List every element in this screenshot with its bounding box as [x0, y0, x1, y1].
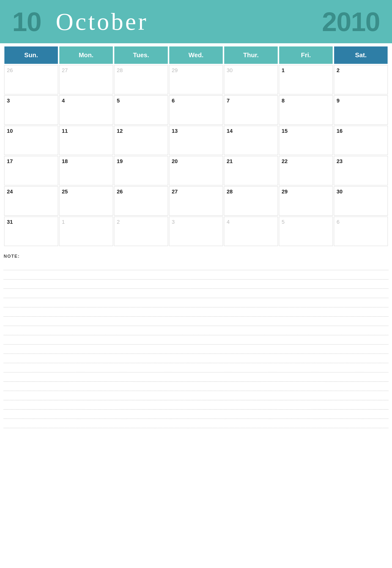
- day-number: 21: [227, 158, 233, 164]
- cal-cell-week1-day1[interactable]: 26: [4, 65, 58, 94]
- day-number: 26: [117, 189, 123, 195]
- cal-cell-week3-day7[interactable]: 16: [334, 126, 388, 155]
- month-number: 10: [12, 8, 41, 35]
- cal-cell-week5-day6[interactable]: 29: [279, 186, 333, 216]
- day-number: 1: [282, 67, 284, 73]
- day-number: 30: [336, 189, 342, 195]
- day-number: 2: [336, 67, 339, 73]
- day-number: 6: [336, 219, 339, 225]
- notes-line: [4, 335, 388, 344]
- day-number: 3: [172, 219, 175, 225]
- cal-cell-week4-day6[interactable]: 22: [279, 156, 333, 185]
- day-number: 28: [227, 189, 233, 195]
- notes-line: [4, 317, 388, 326]
- calendar-container: Sun.Mon.Tues.Wed.Thur.Fri.Sat. 262728293…: [0, 43, 392, 246]
- cal-cell-week6-day5[interactable]: 4: [224, 217, 278, 246]
- day-number: 4: [62, 98, 65, 104]
- cal-cell-week3-day2[interactable]: 11: [59, 126, 113, 155]
- cal-cell-week1-day7[interactable]: 2: [334, 65, 388, 94]
- cal-cell-week1-day2[interactable]: 27: [59, 65, 113, 94]
- notes-line: [4, 400, 388, 410]
- notes-line: [4, 363, 388, 372]
- day-number: 13: [172, 128, 178, 134]
- cal-cell-week6-day3[interactable]: 2: [114, 217, 168, 246]
- notes-line: [4, 289, 388, 298]
- cal-cell-week3-day1[interactable]: 10: [4, 126, 58, 155]
- cal-cell-week1-day5[interactable]: 30: [224, 65, 278, 94]
- cal-cell-week4-day3[interactable]: 19: [114, 156, 168, 185]
- notes-line: [4, 372, 388, 382]
- day-number: 19: [117, 158, 123, 164]
- cal-cell-week4-day2[interactable]: 18: [59, 156, 113, 185]
- cal-cell-week1-day3[interactable]: 28: [114, 65, 168, 94]
- notes-line: [4, 391, 388, 400]
- day-number: 10: [7, 128, 13, 134]
- notes-line: [4, 280, 388, 289]
- cal-cell-week6-day1[interactable]: 31: [4, 217, 58, 246]
- notes-line: [4, 307, 388, 317]
- day-header-fri: Fri.: [279, 46, 333, 64]
- day-number: 29: [172, 67, 178, 73]
- cal-cell-week2-day7[interactable]: 9: [334, 95, 388, 125]
- notes-lines: [4, 261, 388, 428]
- day-header-sat: Sat.: [334, 46, 388, 64]
- notes-line: [4, 344, 388, 354]
- day-number: 27: [62, 67, 68, 73]
- day-number: 15: [282, 128, 287, 134]
- year: 2010: [322, 6, 380, 37]
- day-number: 26: [7, 67, 13, 73]
- cal-cell-week2-day5[interactable]: 7: [224, 95, 278, 125]
- cal-cell-week4-day4[interactable]: 20: [169, 156, 223, 185]
- day-number: 11: [62, 128, 68, 134]
- day-number: 22: [282, 158, 287, 164]
- notes-section: NOTE:: [0, 246, 392, 433]
- cal-cell-week6-day7[interactable]: 6: [334, 217, 388, 246]
- cal-cell-week5-day3[interactable]: 26: [114, 186, 168, 216]
- cal-cell-week6-day2[interactable]: 1: [59, 217, 113, 246]
- day-header-sun: Sun.: [4, 46, 58, 64]
- cal-cell-week6-day4[interactable]: 3: [169, 217, 223, 246]
- day-header-mon: Mon.: [59, 46, 113, 64]
- cal-cell-week5-day4[interactable]: 27: [169, 186, 223, 216]
- day-number: 12: [117, 128, 123, 134]
- cal-cell-week5-day1[interactable]: 24: [4, 186, 58, 216]
- cal-cell-week5-day5[interactable]: 28: [224, 186, 278, 216]
- cal-cell-week1-day4[interactable]: 29: [169, 65, 223, 94]
- cal-cell-week6-day6[interactable]: 5: [279, 217, 333, 246]
- notes-line: [4, 410, 388, 419]
- day-number: 25: [62, 189, 68, 195]
- month-name: October: [56, 8, 148, 36]
- cal-cell-week1-day6[interactable]: 1: [279, 65, 333, 94]
- cal-cell-week2-day1[interactable]: 3: [4, 95, 58, 125]
- day-number: 1: [62, 219, 65, 225]
- cal-cell-week5-day2[interactable]: 25: [59, 186, 113, 216]
- cal-cell-week2-day2[interactable]: 4: [59, 95, 113, 125]
- day-number: 18: [62, 158, 68, 164]
- day-headers: Sun.Mon.Tues.Wed.Thur.Fri.Sat.: [4, 46, 388, 65]
- cal-cell-week4-day1[interactable]: 17: [4, 156, 58, 185]
- notes-line: [4, 326, 388, 335]
- cal-cell-week3-day6[interactable]: 15: [279, 126, 333, 155]
- day-number: 17: [7, 158, 13, 164]
- calendar-grid: 2627282930123456789101112131415161718192…: [4, 65, 388, 246]
- cal-cell-week2-day4[interactable]: 6: [169, 95, 223, 125]
- cal-cell-week4-day5[interactable]: 21: [224, 156, 278, 185]
- day-number: 7: [227, 98, 230, 104]
- notes-line: [4, 354, 388, 363]
- day-number: 24: [7, 189, 13, 195]
- day-number: 5: [282, 219, 284, 225]
- cal-cell-week3-day4[interactable]: 13: [169, 126, 223, 155]
- day-number: 14: [227, 128, 233, 134]
- day-number: 8: [282, 98, 284, 104]
- cal-cell-week3-day5[interactable]: 14: [224, 126, 278, 155]
- cal-cell-week2-day6[interactable]: 8: [279, 95, 333, 125]
- cal-cell-week5-day7[interactable]: 30: [334, 186, 388, 216]
- notes-line: [4, 382, 388, 391]
- cal-cell-week3-day3[interactable]: 12: [114, 126, 168, 155]
- cal-cell-week2-day3[interactable]: 5: [114, 95, 168, 125]
- day-number: 4: [227, 219, 230, 225]
- notes-label: NOTE:: [4, 254, 388, 259]
- cal-cell-week4-day7[interactable]: 23: [334, 156, 388, 185]
- day-header-thu: Thur.: [224, 46, 278, 64]
- day-number: 2: [117, 219, 120, 225]
